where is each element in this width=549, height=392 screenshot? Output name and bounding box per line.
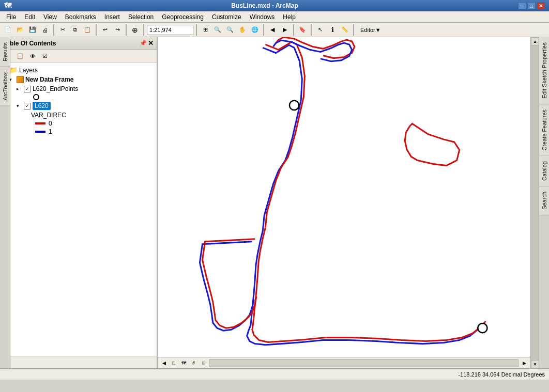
endpoints-checkbox[interactable]: ✓: [24, 86, 30, 92]
scroll-down-button[interactable]: ▼: [531, 360, 539, 368]
separator-4: [143, 24, 144, 36]
map-canvas: [158, 37, 530, 357]
print-button[interactable]: 🖨: [39, 24, 51, 36]
window-controls: ─ □ ✕: [518, 2, 545, 9]
measure-button[interactable]: 📏: [339, 24, 350, 36]
map-refresh[interactable]: ↺: [189, 359, 197, 367]
toc-close-button[interactable]: ✕: [148, 39, 154, 47]
layers-label: Layers: [19, 67, 38, 74]
map-pause[interactable]: ⏸: [199, 359, 207, 367]
main-area: Results ArcToolbox Table Of Contents 📌 ✕…: [0, 37, 549, 368]
menu-selection[interactable]: Selection: [124, 12, 158, 22]
results-tab[interactable]: Results: [0, 37, 10, 67]
svg-point-1: [289, 101, 299, 110]
toc-list-by-source-button[interactable]: 📋: [14, 51, 26, 62]
pan-button[interactable]: ✋: [237, 24, 248, 36]
toc-list-by-selection-button[interactable]: ☑: [39, 51, 51, 62]
scroll-up-button[interactable]: ▲: [531, 37, 539, 45]
menu-edit[interactable]: Edit: [20, 12, 39, 22]
new-map-button[interactable]: 📄: [2, 24, 13, 36]
toc-endpoints-symbol: [31, 93, 157, 101]
open-map-button[interactable]: 📂: [14, 24, 26, 36]
map-area[interactable]: [158, 37, 530, 357]
bookmark-button[interactable]: 🔖: [297, 24, 308, 36]
dataframe-icon: [17, 76, 24, 83]
map-data-view[interactable]: □: [170, 359, 178, 367]
toc-legend-item-1: 1: [33, 128, 157, 136]
app-icon: 🗺: [4, 2, 11, 10]
maximize-button[interactable]: □: [527, 2, 536, 9]
legend-0-symbol: [35, 122, 45, 124]
separator-6: [263, 24, 264, 36]
dataframe-expander[interactable]: ▾: [9, 77, 17, 82]
l620-label: L620: [33, 102, 51, 110]
separator-7: [293, 24, 294, 36]
zoom-in-button[interactable]: 🔍: [212, 24, 223, 36]
add-data-button[interactable]: ⊕: [129, 24, 141, 36]
cut-button[interactable]: ✂: [57, 24, 68, 36]
legend-0-label: 0: [49, 120, 52, 127]
menu-bar: File Edit View Bookmarks Insert Selectio…: [0, 11, 549, 23]
zoom-fullextent-button[interactable]: ⊞: [200, 24, 211, 36]
separator-9: [353, 24, 354, 36]
window-title: BusLine.mxd - ArcMap: [11, 2, 518, 9]
map-scroll-right[interactable]: ▶: [520, 359, 528, 367]
menu-help[interactable]: Help: [279, 12, 300, 22]
menu-view[interactable]: View: [39, 12, 61, 22]
toc-bottom: [0, 356, 157, 368]
zoom-out-button[interactable]: 🔍: [224, 24, 236, 36]
toc-layer-l620: ▾ ✓ L620: [14, 101, 157, 111]
left-tabs: Results ArcToolbox: [0, 37, 10, 368]
status-bar: -118.216 34.064 Decimal Degrees: [0, 368, 549, 380]
menu-windows[interactable]: Windows: [246, 12, 279, 22]
toolbar-area: 📄 📂 💾 🖨 ✂ ⧉ 📋 ↩ ↪ ⊕ ⊞ 🔍 🔍 ✋ 🌐 ◀ ▶ 🔖 ↖ ℹ …: [0, 23, 549, 37]
coordinates-display: -118.216 34.064 Decimal Degrees: [458, 371, 545, 378]
paste-button[interactable]: 📋: [82, 24, 93, 36]
editor-dropdown[interactable]: Editor▼: [357, 24, 385, 36]
endpoints-expander[interactable]: ▸: [17, 86, 24, 91]
edit-sketch-tab[interactable]: Edit Sketch Properties: [539, 37, 549, 104]
separator-2: [96, 24, 97, 36]
toc-legend-item-0: 0: [33, 119, 157, 128]
svg-point-2: [478, 323, 487, 333]
close-button[interactable]: ✕: [537, 2, 545, 9]
right-panel-tabs: Edit Sketch Properties Create Features C…: [539, 37, 549, 368]
scroll-track: [531, 45, 539, 360]
separator-5: [196, 24, 197, 36]
menu-insert[interactable]: Insert: [100, 12, 124, 22]
legend-1-symbol: [35, 131, 45, 133]
minimize-button[interactable]: ─: [518, 2, 526, 9]
menu-geoprocessing[interactable]: Geoprocessing: [158, 12, 208, 22]
scale-input[interactable]: [147, 25, 193, 35]
toc-header: Table Of Contents 📌 ✕: [0, 37, 157, 50]
zoom-next-button[interactable]: ▶: [279, 24, 291, 36]
toc-pin-button[interactable]: 📌: [140, 40, 147, 46]
undo-button[interactable]: ↩: [99, 24, 111, 36]
search-tab[interactable]: Search: [539, 186, 549, 215]
identify-button[interactable]: ℹ: [327, 24, 338, 36]
map-bottom-toolbar: ◀ □ 🗺 ↺ ⏸ ▶: [158, 357, 530, 368]
catalog-tab[interactable]: Catalog: [539, 156, 549, 186]
map-prev-extent[interactable]: ◀: [160, 359, 168, 367]
separator-3: [126, 24, 127, 36]
l620-checkbox[interactable]: ✓: [24, 103, 30, 109]
menu-file[interactable]: File: [2, 12, 20, 22]
arctoolbox-tab[interactable]: ArcToolbox: [0, 67, 10, 106]
toc-layer-endpoints: ▸ ✓ L620_EndPoints: [14, 84, 157, 93]
menu-customize[interactable]: Customize: [208, 12, 246, 22]
save-button[interactable]: 💾: [27, 24, 38, 36]
select-button[interactable]: ↖: [314, 24, 326, 36]
create-features-tab[interactable]: Create Features: [539, 104, 549, 156]
toc-list-by-visibility-button[interactable]: 👁: [27, 51, 38, 62]
toc-dataframe: ▾ New Data Frame: [7, 75, 157, 84]
globe-button[interactable]: 🌐: [249, 24, 261, 36]
menu-bookmarks[interactable]: Bookmarks: [61, 12, 100, 22]
map-hscroll[interactable]: [209, 359, 518, 367]
map-layout-view[interactable]: 🗺: [179, 359, 188, 367]
redo-button[interactable]: ↪: [112, 24, 123, 36]
zoom-prev-button[interactable]: ◀: [267, 24, 278, 36]
copy-button[interactable]: ⧉: [69, 24, 81, 36]
toc-title: Table Of Contents: [3, 40, 56, 47]
legend-title-label: VAR_DIREC: [31, 112, 66, 119]
l620-expander[interactable]: ▾: [17, 103, 24, 108]
